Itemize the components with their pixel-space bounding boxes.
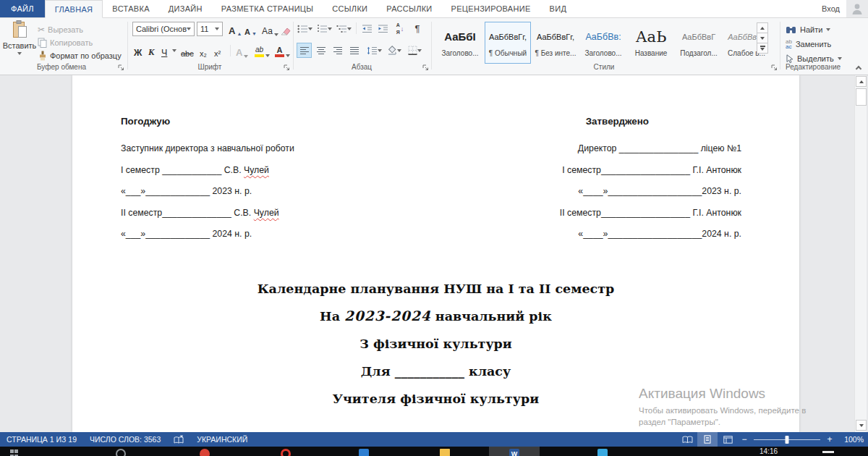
text-effects-dropdown-arrow[interactable] [244,55,248,58]
styles-scroll-up-button[interactable] [757,22,768,33]
tab-file[interactable]: ФАЙЛ [0,0,45,17]
underline-dropdown-arrow[interactable] [172,49,176,52]
superscript-button[interactable]: x² [214,43,221,58]
font-color-button[interactable]: А [275,43,290,57]
word-count[interactable]: ЧИСЛО СЛОВ: 3563 [83,432,167,447]
styles-scroll-down-button[interactable] [757,33,768,43]
clock[interactable]: 14:16 [760,447,778,455]
multilevel-dropdown-arrow[interactable] [347,28,352,30]
change-case-dropdown-arrow[interactable] [274,33,278,36]
clear-formatting-button[interactable] [281,22,291,36]
style-no-spacing[interactable]: АаБбВвГг, ¶ Без инте... [532,22,579,64]
vertical-scrollbar[interactable] [854,75,867,432]
bullets-button[interactable] [297,21,312,36]
line-spacing-button[interactable] [366,43,382,58]
replace-button[interactable]: ab ac Заменить [786,38,831,50]
font-color-dropdown-arrow[interactable] [286,54,290,57]
language-indicator[interactable]: УКРАИНСКИЙ [190,432,254,447]
line-spacing-dropdown-arrow[interactable] [378,49,382,52]
increase-indent-button[interactable] [375,21,391,36]
scrollbar-thumb[interactable] [856,88,867,106]
page-indicator[interactable]: СТРАНИЦА 1 ИЗ 19 [0,432,83,447]
text-effects-button[interactable]: А [236,43,248,58]
clipboard-dialog-launcher[interactable] [118,64,125,72]
find-dropdown-arrow[interactable] [826,28,830,31]
taskbar-app-icon[interactable] [359,449,369,456]
proofing-status[interactable] [167,432,190,447]
numbering-dropdown-arrow[interactable] [328,28,332,30]
find-button[interactable]: Найти [786,24,830,35]
style-subtitle[interactable]: АаБбВвГ Подзагол... [676,22,722,64]
zoom-slider[interactable] [754,439,820,440]
font-size-combo[interactable]: 11 [197,22,223,36]
styles-more-button[interactable] [757,43,768,54]
paragraph-dialog-launcher[interactable] [422,64,430,72]
align-center-button[interactable] [313,43,328,58]
tab-page-layout[interactable]: РАЗМЕТКА СТРАНИЦЫ [212,0,323,17]
align-left-button[interactable] [297,43,312,58]
strikethrough-button[interactable]: abc [181,43,194,58]
zoom-out-button[interactable]: − [738,434,751,444]
zoom-level[interactable]: 100% [836,435,864,444]
justify-button[interactable] [346,43,362,58]
bold-button[interactable]: Ж [134,43,142,58]
read-mode-button[interactable] [677,432,697,447]
borders-dropdown-arrow[interactable] [417,49,422,52]
borders-button[interactable] [407,43,422,58]
taskbar-word-button[interactable]: W [489,447,540,456]
shrink-font-button[interactable]: А ▼ [244,22,257,36]
tab-references[interactable]: ССЫЛКИ [323,0,377,17]
highlight-dropdown-arrow[interactable] [265,54,270,57]
taskbar-app-icon[interactable] [116,449,126,456]
bullets-dropdown-arrow[interactable] [308,28,312,30]
scroll-up-button[interactable] [856,76,867,87]
font-size-dropdown-arrow[interactable] [215,28,219,30]
change-case-button[interactable]: Аа [262,22,278,36]
tab-design[interactable]: ДИЗАЙН [159,0,212,17]
zoom-slider-thumb[interactable] [786,436,789,444]
start-button[interactable] [10,449,19,456]
taskbar-app-icon[interactable] [281,449,291,456]
numbering-button[interactable] [316,21,332,36]
tab-home[interactable]: ГЛАВНАЯ [45,0,103,18]
tab-view[interactable]: ВИД [540,0,576,17]
underline-button[interactable]: Ч [161,43,167,58]
sort-button[interactable]: А Я ↓ [392,21,408,36]
font-family-combo[interactable]: Calibri (Основ [132,22,195,36]
tab-review[interactable]: РЕЦЕНЗИРОВАНИЕ [442,0,540,17]
show-marks-button[interactable]: ¶ [409,21,425,36]
select-dropdown-arrow[interactable] [838,57,842,60]
collapse-ribbon-button[interactable] [856,64,862,70]
italic-button[interactable]: К [148,43,154,58]
taskbar-folder-icon[interactable] [440,449,450,456]
styles-dialog-launcher[interactable] [771,64,778,72]
style-heading1[interactable]: АаБбІ Заголово... [437,22,483,64]
font-family-dropdown-arrow[interactable] [187,28,191,30]
taskbar-app-icon[interactable] [200,449,210,456]
avatar[interactable] [846,0,868,17]
format-painter-button[interactable]: Формат по образцу [38,49,122,62]
sign-in[interactable]: Вход [822,0,868,17]
cut-button[interactable]: ✂ Вырезать [38,23,83,36]
copy-button[interactable]: Копировать [38,36,93,49]
web-layout-button[interactable] [718,432,738,447]
style-title[interactable]: АаЬ Название [628,22,674,64]
style-heading2[interactable]: АаБбВв: Заголово... [580,22,626,64]
shading-dropdown-arrow[interactable] [397,49,401,52]
tab-insert[interactable]: ВСТАВКА [103,0,158,17]
show-desktop-button[interactable] [822,451,834,453]
zoom-in-button[interactable]: + [823,434,836,444]
font-dialog-launcher[interactable] [284,64,291,72]
subscript-button[interactable]: x₂ [200,43,207,58]
tab-mailings[interactable]: РАССЫЛКИ [377,0,441,17]
decrease-indent-button[interactable] [359,21,375,36]
multilevel-list-button[interactable] [336,21,352,36]
print-layout-button[interactable] [697,432,718,447]
style-normal[interactable]: АаБбВвГг, ¶ Обычный [485,22,531,64]
paste-button[interactable]: Вставить [5,20,34,68]
paste-dropdown-arrow[interactable] [17,52,22,55]
align-right-button[interactable] [330,43,345,58]
scroll-down-button[interactable] [856,420,867,431]
shading-button[interactable] [386,43,402,58]
grow-font-button[interactable]: А ▲ [229,22,242,36]
